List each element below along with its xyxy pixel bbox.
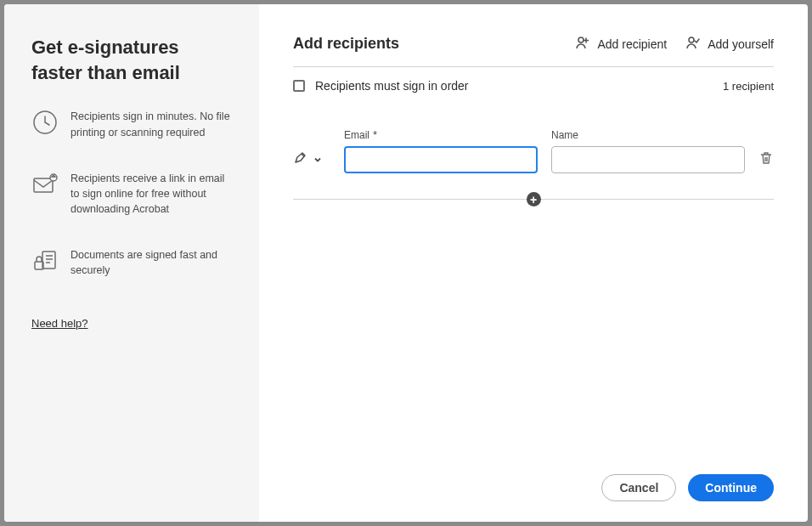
secure-document-icon <box>31 247 59 274</box>
svg-point-6 <box>689 37 694 42</box>
add-yourself-label: Add yourself <box>708 37 774 51</box>
benefit-item: Recipients receive a link in email to si… <box>31 171 232 217</box>
svg-rect-1 <box>34 178 53 192</box>
trash-icon <box>758 150 774 169</box>
header-actions: Add recipient Add yourself <box>575 35 774 53</box>
benefit-text: Recipients sign in minutes. No file prin… <box>70 109 232 139</box>
form-labels: Email * Name <box>293 128 774 141</box>
add-recipient-label: Add recipient <box>597 37 667 51</box>
add-yourself-button[interactable]: Add yourself <box>685 35 774 53</box>
clock-icon <box>31 109 59 136</box>
sign-in-order-checkbox[interactable]: Recipients must sign in order <box>293 79 469 93</box>
role-selector[interactable] <box>293 150 330 169</box>
recipient-count: 1 recipient <box>723 80 774 93</box>
required-star-icon: * <box>373 128 377 141</box>
esignature-dialog: Get e-signatures faster than email Recip… <box>4 4 808 522</box>
dialog-footer: Cancel Continue <box>293 461 774 501</box>
benefit-item: Documents are signed fast and securely <box>31 247 232 278</box>
main-title: Add recipients <box>293 35 399 53</box>
plus-icon: + <box>530 194 537 206</box>
checkbox-label: Recipients must sign in order <box>315 79 469 93</box>
recipient-row <box>293 146 774 173</box>
svg-point-5 <box>578 37 584 42</box>
cancel-button[interactable]: Cancel <box>601 474 676 501</box>
recipient-form: Email * Name <box>293 128 774 200</box>
pen-icon <box>293 150 308 169</box>
add-row-divider: + <box>293 199 774 200</box>
name-input[interactable] <box>551 146 745 173</box>
benefit-text: Documents are signed fast and securely <box>70 247 232 278</box>
sidebar: Get e-signatures faster than email Recip… <box>4 4 259 522</box>
sidebar-title: Get e-signatures faster than email <box>31 35 232 85</box>
checkbox-box-icon <box>293 80 305 92</box>
continue-button[interactable]: Continue <box>688 474 774 501</box>
person-plus-icon <box>575 35 590 53</box>
add-recipient-button[interactable]: Add recipient <box>575 35 667 53</box>
delete-recipient-button[interactable] <box>758 150 774 169</box>
email-label: Email * <box>344 128 538 141</box>
email-notify-icon <box>31 171 59 198</box>
main-header: Add recipients Add recipient <box>293 35 774 67</box>
benefit-text: Recipients receive a link in email to si… <box>70 171 232 217</box>
chevron-down-icon <box>313 152 322 167</box>
email-input[interactable] <box>344 146 538 173</box>
person-check-icon <box>685 35 701 53</box>
options-row: Recipients must sign in order 1 recipien… <box>293 67 774 105</box>
benefit-item: Recipients sign in minutes. No file prin… <box>31 109 232 139</box>
name-label: Name <box>551 129 745 141</box>
add-recipient-row-button[interactable]: + <box>527 192 541 206</box>
help-link[interactable]: Need help? <box>31 317 232 330</box>
svg-rect-3 <box>42 252 55 269</box>
main-panel: Add recipients Add recipient <box>259 4 808 522</box>
